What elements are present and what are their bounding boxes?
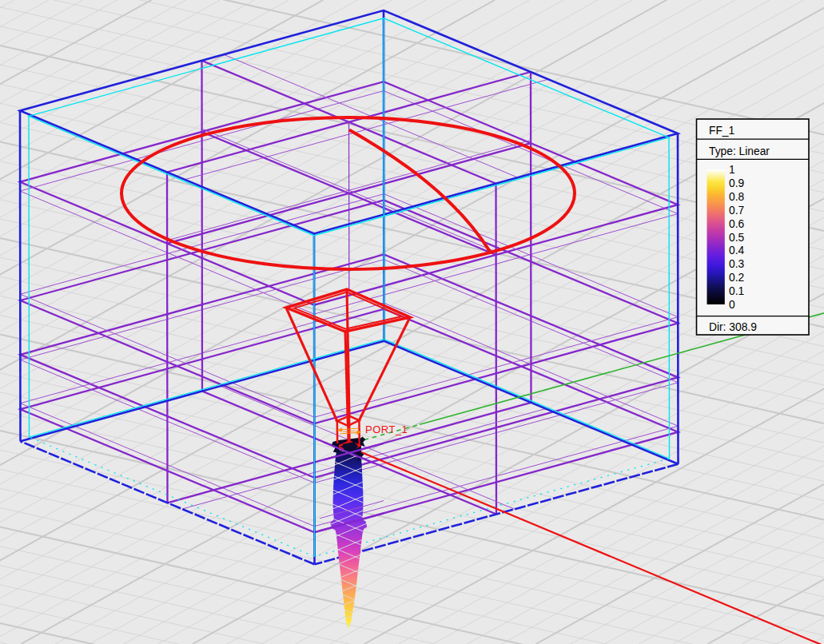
svg-text:1: 1	[729, 164, 735, 176]
svg-text:PORT_1: PORT_1	[365, 423, 408, 435]
svg-text:0.3: 0.3	[729, 258, 745, 270]
svg-text:Type: Linear: Type: Linear	[709, 145, 770, 157]
svg-text:0.9: 0.9	[729, 177, 745, 189]
svg-text:0.6: 0.6	[729, 218, 745, 230]
svg-text:Dir: 308.9: Dir: 308.9	[709, 321, 757, 333]
svg-text:0.7: 0.7	[729, 205, 744, 217]
svg-text:0: 0	[729, 299, 735, 311]
svg-text:FF_1: FF_1	[709, 125, 734, 137]
svg-text:0.5: 0.5	[729, 232, 745, 244]
svg-text:0.4: 0.4	[729, 244, 745, 256]
svg-text:0.2: 0.2	[729, 272, 744, 284]
svg-text:0.8: 0.8	[729, 191, 745, 203]
svg-text:0.1: 0.1	[729, 285, 744, 297]
